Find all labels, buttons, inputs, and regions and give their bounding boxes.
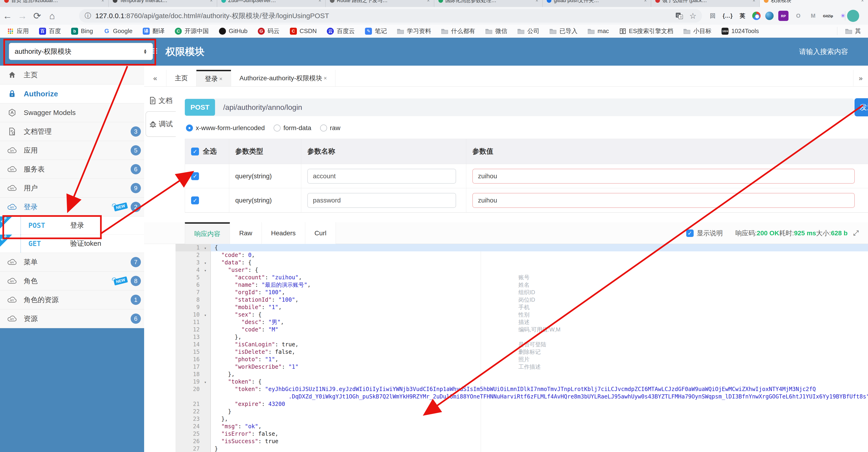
sidebar-item-菜单[interactable]: API菜单7	[0, 253, 144, 272]
bookmark-item[interactable]: 微信	[485, 27, 507, 35]
bookmark-item[interactable]: GGoogle	[103, 27, 132, 35]
bookmark-star-icon[interactable]: ☆	[689, 11, 696, 21]
ring-icon[interactable]: O	[793, 11, 803, 21]
tab-close-icon[interactable]: ×	[318, 0, 321, 3]
browser-tab[interactable]: 权限模块×	[760, 0, 868, 7]
fullscreen-icon[interactable]: ⤢	[853, 229, 859, 237]
content-tab-主页[interactable]: 主页	[166, 70, 196, 86]
address-bar[interactable]: ⓘ 127.0.0.1:8760/api/gate/doc.html#/auth…	[79, 9, 702, 23]
content-tab-Authorize-authority-权限模块[interactable]: Authorize-authority-权限模块×	[231, 70, 335, 86]
bookmark-item[interactable]: C开源中国	[175, 27, 209, 35]
bookmark-item[interactable]: 已导入	[550, 27, 578, 35]
bookmark-item[interactable]: ES搜索引擎文档	[619, 27, 674, 35]
braces-icon[interactable]: {…}	[722, 11, 733, 21]
browser-tab[interactable]: Route 路由之下发与…×	[326, 0, 434, 7]
tab-close-icon[interactable]: ×	[535, 0, 538, 3]
sidebar-item-资源[interactable]: API资源6	[0, 309, 144, 328]
forward-icon[interactable]: →	[15, 11, 30, 21]
reload-icon[interactable]: ⟳	[30, 10, 44, 21]
row-checkbox[interactable]: ✓	[191, 172, 199, 180]
row-checkbox[interactable]: ✓	[191, 196, 199, 204]
bookmark-item[interactable]: GitHub	[219, 27, 248, 35]
gitzip-icon[interactable]: GitZip	[823, 11, 833, 21]
param-name-input[interactable]	[307, 193, 456, 208]
chrome-icon[interactable]	[752, 12, 761, 20]
tab-close-icon[interactable]: ×	[101, 0, 104, 3]
back-icon[interactable]: ←	[0, 11, 15, 21]
sidebar-item-角色[interactable]: API角色NEW8	[0, 272, 144, 290]
json-viewer-icon[interactable]: 回	[708, 11, 718, 21]
profile-avatar[interactable]	[847, 10, 859, 22]
browser-tab[interactable]: gitlab push文件夹…×	[542, 0, 651, 7]
sidebar-item-Swagger Models[interactable]: Swagger Models	[0, 103, 144, 122]
sidebar-endpoint-登录[interactable]: NEWPOST登录	[0, 217, 144, 235]
sidebar-item-主页[interactable]: 主页	[0, 66, 144, 84]
select-all-checkbox[interactable]: ✓	[191, 147, 199, 156]
bookmark-item[interactable]: G码云	[258, 27, 280, 35]
fold-caret-icon[interactable]: ▾	[200, 378, 211, 386]
body-type-option[interactable]: x-www-form-urlencoded	[186, 124, 265, 132]
param-value-input[interactable]	[472, 169, 855, 183]
bookmark-item[interactable]: 什么都有	[441, 27, 475, 35]
browser-tab[interactable]: Zuul—JumpServer…×	[217, 0, 326, 7]
rp-icon[interactable]: RP	[778, 11, 788, 21]
bookmark-item[interactable]: bBing	[71, 27, 93, 35]
module-select[interactable]: authority-权限模块 ▲▼	[9, 43, 153, 60]
send-button[interactable]: 发送	[855, 98, 868, 116]
rail-tab-调试[interactable]: 调试	[146, 111, 176, 137]
fold-caret-icon[interactable]: ▾	[200, 259, 211, 267]
sidebar-item-Authorize[interactable]: Authorize	[0, 84, 144, 103]
content-tab-登录[interactable]: 登录×	[196, 70, 231, 86]
radio-icon[interactable]	[274, 124, 281, 132]
translate-ext-icon[interactable]: 英	[737, 11, 748, 21]
page-info-icon[interactable]: ⓘ	[85, 11, 91, 20]
more-tabs-icon[interactable]: »	[853, 70, 868, 87]
bookmark-item[interactable]: ✎笔记	[365, 27, 387, 35]
bookmark-item[interactable]: 百百度	[39, 27, 61, 35]
tab-close-icon[interactable]: ×	[323, 75, 327, 82]
bookmark-item[interactable]: 云百度云	[327, 27, 355, 35]
sidebar-item-文档管理[interactable]: 文档管理3	[0, 122, 144, 141]
bookmark-item[interactable]: 公司	[518, 27, 539, 35]
radio-icon[interactable]	[186, 124, 193, 132]
bookmark-item[interactable]: mac	[588, 27, 609, 35]
bookmark-item[interactable]: 译翻译	[143, 27, 164, 35]
fold-caret-icon[interactable]: ▾	[200, 245, 211, 252]
browser-tab[interactable]: 首页 运营/92bddaf…×	[0, 0, 108, 7]
fold-caret-icon[interactable]: ▾	[200, 311, 211, 319]
response-tab-Curl[interactable]: Curl	[305, 222, 336, 244]
rail-tab-文档[interactable]: 文档	[146, 90, 176, 111]
tab-close-icon[interactable]: ×	[219, 76, 222, 82]
translate-icon[interactable]: G文	[675, 12, 683, 20]
browser-tab[interactable]: 饿了么组件 (pack…×	[651, 0, 760, 7]
bookmarks-overflow[interactable]: 其	[837, 27, 861, 35]
body-type-option[interactable]: raw	[320, 124, 340, 132]
fold-caret-icon[interactable]: ▾	[200, 267, 211, 274]
bookmark-item[interactable]: 应用	[7, 27, 29, 35]
globe-icon[interactable]	[765, 12, 774, 20]
radio-icon[interactable]	[320, 124, 327, 132]
menu-toggle-icon[interactable]: ≡	[151, 44, 158, 58]
response-tab-Raw[interactable]: Raw	[230, 222, 262, 244]
show-desc-checkbox[interactable]: ✓	[686, 229, 694, 237]
response-json-editor[interactable]: 1▾{2 "code": 0,3▾ "data": {4▾ "user": {5…	[144, 244, 868, 452]
body-type-option[interactable]: form-data	[274, 124, 311, 132]
bookmark-item[interactable]: 10241024Tools	[721, 27, 759, 35]
tab-close-icon[interactable]: ×	[427, 0, 430, 3]
sidebar-item-角色的资源[interactable]: API角色的资源1	[0, 290, 144, 309]
bookmark-item[interactable]: 学习资料	[397, 27, 431, 35]
sidebar-endpoint-验证token[interactable]: NEWGET验证token	[0, 235, 144, 253]
tab-close-icon[interactable]: ×	[861, 0, 864, 3]
home-icon[interactable]: ⌂	[44, 11, 60, 21]
bookmark-item[interactable]: 小目标	[683, 27, 711, 35]
bookmark-item[interactable]: CCSDN	[290, 27, 317, 35]
param-name-input[interactable]	[307, 169, 456, 183]
sidebar-item-服务表[interactable]: API服务表6	[0, 160, 144, 179]
sidebar-item-登录[interactable]: API登录NEW2	[0, 198, 144, 217]
tab-close-icon[interactable]: ×	[644, 0, 647, 3]
response-tab-Headers[interactable]: Headers	[262, 222, 305, 244]
sidebar-item-用户[interactable]: API用户9	[0, 179, 144, 198]
tab-close-icon[interactable]: ×	[210, 0, 213, 3]
browser-tab[interactable]: Temporary Interact…×	[108, 0, 217, 7]
collapse-tabs-icon[interactable]: «	[144, 70, 166, 86]
